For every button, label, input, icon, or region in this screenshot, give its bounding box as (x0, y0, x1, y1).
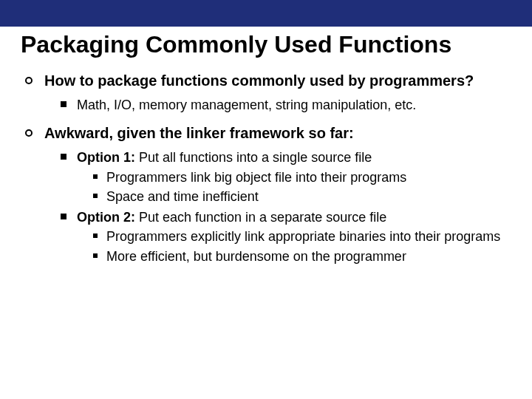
option-1: Option 1: Put all functions into a singl… (61, 149, 511, 205)
bullet-2: Awkward, given the linker framework so f… (25, 124, 511, 265)
option-2-text: Put each function in a separate source f… (135, 210, 386, 225)
bullet-1-sublist: Math, I/O, memory management, string man… (44, 96, 511, 114)
bullet-1-head: How to package functions commonly used b… (44, 72, 511, 90)
bullet-list: How to package functions commonly used b… (21, 72, 511, 265)
option-2-label: Option 2: (77, 210, 135, 225)
option-1-sublist: Programmers link big object file into th… (77, 168, 511, 206)
option-2-sub-2: More efficient, but burdensome on the pr… (93, 248, 511, 265)
option-1-label: Option 1: (77, 150, 135, 165)
option-1-sub-2: Space and time inefficient (93, 188, 511, 205)
bullet-1-sub-1: Math, I/O, memory management, string man… (61, 96, 511, 114)
option-2: Option 2: Put each function in a separat… (61, 208, 511, 265)
option-1-text: Put all functions into a single source f… (135, 150, 372, 165)
option-2-sublist: Programmers explicitly link appropriate … (77, 228, 511, 265)
bullet-2-sublist: Option 1: Put all functions into a singl… (44, 149, 511, 265)
bullet-2-head: Awkward, given the linker framework so f… (44, 124, 511, 143)
option-2-sub-1: Programmers explicitly link appropriate … (93, 228, 511, 245)
bullet-1: How to package functions commonly used b… (25, 72, 511, 114)
option-1-sub-1: Programmers link big object file into th… (93, 168, 511, 186)
slide-title: Packaging Commonly Used Functions (21, 31, 511, 58)
slide-content: Packaging Commonly Used Functions How to… (0, 27, 532, 265)
title-bar (0, 0, 532, 27)
